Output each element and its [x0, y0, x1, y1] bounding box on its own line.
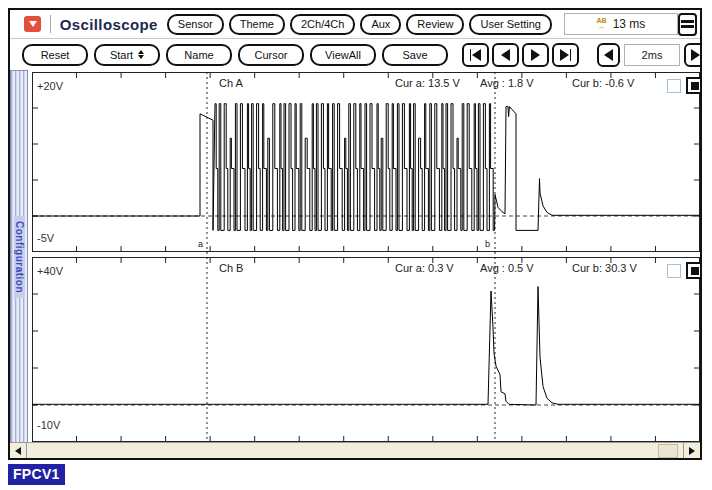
right-triangle-icon [560, 49, 569, 61]
bar-icon [470, 49, 471, 61]
timebase-increase-button[interactable] [684, 43, 702, 67]
device-badge: FPCV1 [8, 464, 65, 485]
app-title: Oscilloscope [60, 16, 158, 33]
sensor-button[interactable]: Sensor [167, 14, 224, 35]
left-triangle-icon [604, 49, 613, 61]
start-button[interactable]: Start [94, 44, 160, 66]
checkbox-fill [691, 267, 699, 275]
timebase-control: 2ms [597, 43, 702, 67]
app-menu-icon[interactable] [24, 16, 41, 32]
spinner-icon [138, 50, 144, 59]
channel-b-min-label: -10V [37, 419, 60, 431]
title-bar: Oscilloscope Sensor Theme 2Ch/4Ch Aux Re… [10, 10, 700, 39]
channel-mode-button[interactable]: 2Ch/4Ch [290, 14, 355, 35]
dropdown-arrow-icon [29, 21, 37, 27]
horizontal-scrollbar[interactable] [10, 442, 700, 458]
prev-record-button[interactable] [492, 43, 519, 67]
configuration-tab-label: Configuration [14, 216, 25, 298]
channel-a-display-toggle[interactable] [686, 77, 702, 94]
cursor-delta-icon: AB↔ [597, 18, 607, 30]
channel-b-name: Ch B [219, 262, 243, 274]
left-triangle-icon [472, 49, 481, 61]
user-setting-button[interactable]: User Setting [469, 14, 552, 35]
channel-a-avg-value: Avg : 1.8 V [480, 77, 534, 89]
reset-button[interactable]: Reset [22, 44, 88, 66]
save-button[interactable]: Save [382, 44, 448, 66]
channel-b-cursor-a-value: Cur a: 0.3 V [395, 262, 454, 274]
left-triangle-icon [15, 447, 21, 455]
first-record-button[interactable] [462, 43, 489, 67]
next-record-button[interactable] [522, 43, 549, 67]
start-label: Start [110, 49, 133, 61]
channel-a-min-label: -5V [37, 232, 54, 244]
menu-icon[interactable] [678, 13, 697, 36]
cursor-delta-value: 13 ms [613, 17, 646, 31]
waveform-canvas [32, 72, 700, 442]
cursor-delta-readout: AB↔ 13 ms [564, 13, 678, 35]
last-record-button[interactable] [552, 43, 579, 67]
menu-bar [681, 20, 694, 23]
title-separator [50, 15, 51, 33]
right-triangle-icon [691, 49, 700, 61]
channel-b-cursor-b-value: Cur b: 30.3 V [572, 262, 637, 274]
channel-a-cursor-b-value: Cur b: -0.6 V [572, 77, 634, 89]
oscilloscope-window: Oscilloscope Sensor Theme 2Ch/4Ch Aux Re… [8, 8, 702, 460]
channel-a-max-label: +20V [37, 80, 63, 92]
record-navigation [462, 43, 579, 67]
control-toolbar: Reset Start Name Cursor ViewAll Save 2ms [10, 39, 700, 70]
name-button[interactable]: Name [166, 44, 232, 66]
configuration-tab[interactable]: Configuration [10, 70, 28, 444]
cursor-a-label[interactable]: a [198, 239, 203, 249]
review-button[interactable]: Review [406, 14, 464, 35]
timebase-value: 2ms [624, 44, 680, 66]
viewall-button[interactable]: ViewAll [310, 44, 376, 66]
bar-icon [570, 49, 571, 61]
theme-button[interactable]: Theme [229, 14, 285, 35]
cursor-button[interactable]: Cursor [238, 44, 304, 66]
right-triangle-icon [689, 447, 695, 455]
channel-a-name: Ch A [219, 77, 243, 89]
channel-a-checkbox[interactable] [667, 79, 681, 93]
cursor-b-label[interactable]: b [485, 239, 490, 249]
menu-bar [681, 25, 694, 28]
scroll-right-button[interactable] [683, 443, 700, 458]
channel-a-cursor-a-value: Cur a: 13.5 V [395, 77, 460, 89]
scrollbar-thumb[interactable] [658, 444, 678, 458]
checkbox-fill [691, 82, 699, 90]
scroll-left-button[interactable] [10, 443, 27, 458]
left-triangle-icon [501, 49, 510, 61]
channel-b-max-label: +40V [37, 265, 63, 277]
timebase-decrease-button[interactable] [597, 43, 620, 67]
channel-b-avg-value: Avg : 0.5 V [480, 262, 534, 274]
channel-b-display-toggle[interactable] [686, 262, 702, 279]
channel-b-checkbox[interactable] [667, 264, 681, 278]
aux-button[interactable]: Aux [360, 14, 401, 35]
scope-display: Ch A Cur a: 13.5 V Avg : 1.8 V Cur b: -0… [32, 72, 700, 442]
right-triangle-icon [531, 49, 540, 61]
